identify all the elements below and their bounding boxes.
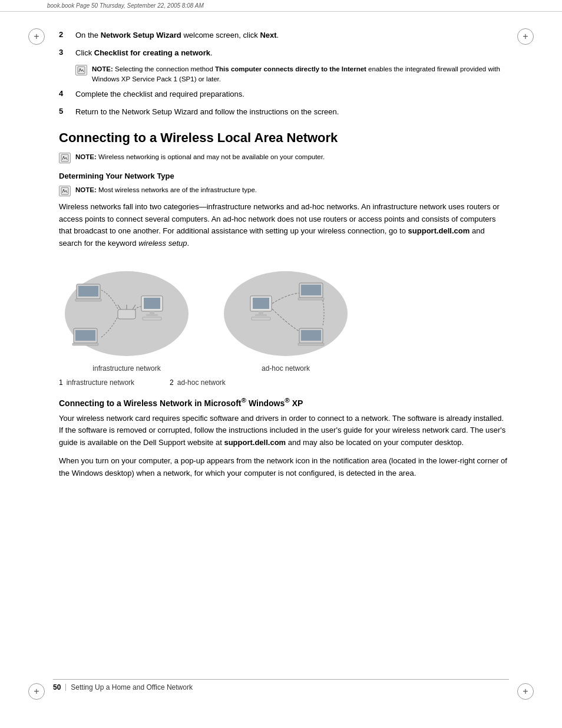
body-text-3: When you turn on your computer, a pop-up…: [59, 455, 509, 480]
step-5-num: 5: [59, 106, 75, 116]
ref-2-num: 2: [170, 378, 174, 387]
note-1-box: NOTE: Selecting the connection method Th…: [75, 64, 509, 84]
svg-rect-5: [144, 298, 160, 309]
corner-mark-tl: [28, 28, 45, 45]
note-3-box: NOTE: Most wireless networks are of the …: [59, 185, 509, 196]
svg-rect-7: [146, 314, 158, 316]
body-text-2: Your wireless network card requires spec…: [59, 413, 509, 449]
svg-rect-1: [61, 154, 68, 162]
infra-label: infrastructure network: [92, 364, 160, 373]
pencil-icon-3: [61, 187, 69, 195]
section-title-wireless: Connecting to a Wireless Local Area Netw…: [59, 130, 509, 146]
svg-rect-13: [75, 330, 95, 341]
page-footer: 50 Setting Up a Home and Office Network: [53, 679, 509, 691]
step-5: 5 Return to the Network Setup Wizard and…: [59, 106, 509, 118]
step-3-num: 3: [59, 47, 75, 57]
note-1-icon: [75, 65, 87, 75]
svg-rect-27: [298, 298, 324, 300]
footer-page-num: 50: [53, 683, 61, 691]
svg-rect-21: [253, 298, 269, 309]
adhoc-svg: [218, 261, 353, 361]
note-2-box: NOTE: Wireless networking is optional an…: [59, 152, 509, 163]
windows-section-title: Connecting to a Wireless Network in Micr…: [59, 396, 509, 408]
infrastructure-svg: [59, 261, 194, 361]
infrastructure-diagram: infrastructure network: [59, 261, 194, 373]
diagrams-row: infrastructure network: [59, 261, 509, 373]
svg-rect-26: [301, 285, 321, 295]
step-4-text: Complete the checklist and required prep…: [75, 88, 244, 100]
footer-divider: [65, 684, 66, 691]
svg-rect-15: [118, 309, 135, 319]
step-4-num: 4: [59, 88, 75, 98]
step-3: 3 Click Checklist for creating a network…: [59, 47, 509, 59]
ref-item-2: 2 ad-hoc network: [170, 378, 226, 387]
svg-rect-2: [61, 187, 68, 195]
subsection-title: Determining Your Network Type: [59, 172, 509, 180]
ref-2-desc: ad-hoc network: [177, 378, 226, 387]
adhoc-label: ad-hoc network: [262, 364, 310, 373]
ref-list: 1 infrastructure network 2 ad-hoc networ…: [59, 378, 509, 387]
svg-rect-29: [301, 330, 321, 341]
pencil-icon-2: [61, 154, 69, 162]
corner-mark-tr: [517, 28, 534, 45]
svg-rect-6: [150, 311, 154, 314]
svg-rect-22: [259, 311, 263, 314]
page-header: book.book Page 50 Thursday, September 22…: [0, 0, 562, 12]
page-container: book.book Page 50 Thursday, September 22…: [0, 0, 562, 728]
step-2-num: 2: [59, 29, 75, 39]
step-3-text: Click Checklist for creating a network.: [75, 47, 213, 59]
adhoc-diagram: ad-hoc network: [218, 261, 353, 373]
svg-rect-8: [143, 317, 161, 320]
svg-rect-14: [72, 343, 98, 345]
ref-1-num: 1: [59, 378, 63, 387]
step-2-text: On the Network Setup Wizard welcome scre…: [75, 29, 279, 41]
svg-rect-24: [252, 317, 270, 320]
note-3-text: NOTE: Most wireless networks are of the …: [75, 185, 257, 195]
note-2-text: NOTE: Wireless networking is optional an…: [75, 152, 325, 162]
step-4: 4 Complete the checklist and required pr…: [59, 88, 509, 100]
ref-1-desc: infrastructure network: [67, 378, 134, 387]
note-3-icon: [59, 186, 71, 196]
svg-rect-10: [78, 286, 98, 297]
svg-rect-0: [78, 67, 85, 74]
ref-item-1: 1 infrastructure network: [59, 378, 134, 387]
main-content: 2 On the Network Setup Wizard welcome sc…: [0, 12, 562, 509]
svg-point-19: [224, 271, 348, 356]
svg-rect-11: [75, 299, 101, 301]
svg-rect-30: [298, 343, 324, 345]
svg-rect-23: [255, 314, 267, 316]
pencil-icon: [77, 66, 85, 74]
step-2: 2 On the Network Setup Wizard welcome sc…: [59, 29, 509, 41]
corner-mark-br: [517, 683, 534, 700]
body-text-1: Wireless networks fall into two categori…: [59, 201, 509, 250]
header-text: book.book Page 50 Thursday, September 22…: [47, 2, 204, 9]
note-2-icon: [59, 153, 71, 163]
step-5-text: Return to the Network Setup Wizard and f…: [75, 106, 339, 118]
corner-mark-bl: [28, 683, 45, 700]
footer-text: Setting Up a Home and Office Network: [71, 683, 193, 691]
note-1-text: NOTE: Selecting the connection method Th…: [92, 64, 509, 84]
